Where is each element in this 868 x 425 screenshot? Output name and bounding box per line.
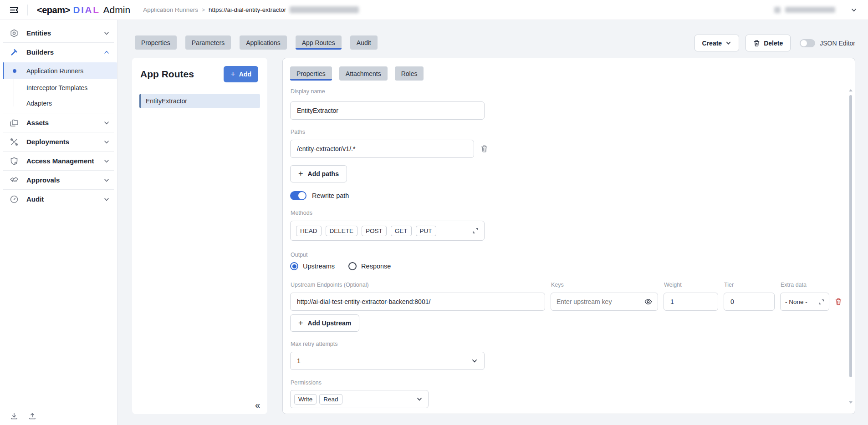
scroll-down-icon[interactable] bbox=[849, 401, 853, 404]
weight-label: Weight bbox=[664, 282, 682, 288]
expand-icon[interactable] bbox=[818, 299, 824, 305]
permissions-select[interactable]: Write Read bbox=[290, 390, 429, 408]
sidebar-item-deployments[interactable]: Deployments bbox=[0, 132, 117, 151]
scrollbar-thumb[interactable] bbox=[849, 95, 852, 377]
sidebar-item-entities[interactable]: Entities bbox=[0, 24, 117, 42]
max-retry-select[interactable]: 1 bbox=[290, 352, 485, 370]
sidebar-item-approvals[interactable]: Approvals bbox=[0, 171, 117, 189]
chevron-down-icon[interactable] bbox=[103, 177, 110, 183]
tab-parameters[interactable]: Parameters bbox=[185, 35, 231, 50]
eye-icon[interactable] bbox=[644, 299, 652, 305]
scroll-up-icon[interactable] bbox=[849, 89, 853, 91]
builders-icon bbox=[9, 48, 19, 57]
upstream-keys-field[interactable] bbox=[551, 293, 658, 311]
add-paths-button[interactable]: + Add paths bbox=[290, 165, 347, 182]
collapse-panel-button[interactable]: « bbox=[255, 400, 260, 410]
export-icon[interactable] bbox=[28, 412, 36, 420]
rewrite-path-toggle[interactable] bbox=[290, 191, 306, 200]
sidebar-item-label: Entities bbox=[26, 29, 51, 37]
tab-app-routes[interactable]: App Routes bbox=[296, 35, 342, 50]
path-input[interactable] bbox=[290, 140, 474, 158]
upstream-keys-input[interactable] bbox=[557, 298, 644, 305]
chevron-down-icon bbox=[725, 40, 731, 46]
tab-audit[interactable]: Audit bbox=[350, 35, 378, 50]
chevron-down-icon[interactable] bbox=[103, 30, 110, 36]
method-chip[interactable]: GET bbox=[391, 226, 412, 236]
display-name-label: Display name bbox=[291, 88, 325, 95]
json-editor-label: JSON Editor bbox=[820, 40, 855, 47]
delete-button[interactable]: Delete bbox=[745, 35, 791, 51]
sidebar-item-audit[interactable]: Audit bbox=[0, 190, 117, 208]
deployments-icon bbox=[9, 137, 19, 147]
chevron-down-icon bbox=[471, 358, 478, 364]
upstream-extra-data-select[interactable]: - None - bbox=[780, 293, 829, 311]
logo-epam: <epam> bbox=[37, 5, 70, 15]
top-actions: Create Delete JSON Editor bbox=[694, 35, 855, 51]
method-chip[interactable]: DELETE bbox=[326, 226, 358, 236]
user-menu[interactable] bbox=[774, 7, 857, 13]
upstream-endpoints-label: Upstream Endpoints (Optional) bbox=[291, 282, 369, 288]
sidebar-item-assets[interactable]: Assets bbox=[0, 113, 117, 132]
sidebar-item-builders[interactable]: Builders bbox=[0, 43, 117, 61]
radio-label: Response bbox=[361, 263, 391, 270]
method-chip[interactable]: POST bbox=[362, 226, 387, 236]
tab-detail-attachments[interactable]: Attachments bbox=[339, 66, 388, 81]
builders-submenu: Application Runners Interceptor Template… bbox=[0, 62, 117, 113]
sidebar-item-label: Deployments bbox=[26, 138, 69, 146]
chevron-down-icon[interactable] bbox=[851, 7, 857, 13]
active-dot bbox=[13, 69, 16, 73]
breadcrumb-section[interactable]: Application Runners bbox=[143, 6, 198, 13]
breadcrumb-current: https://ai-dial-entity-extractor bbox=[209, 6, 286, 13]
methods-multiselect[interactable]: HEAD DELETE POST GET PUT bbox=[290, 221, 485, 241]
rewrite-path-label: Rewrite path bbox=[312, 192, 349, 199]
chevron-down-icon[interactable] bbox=[103, 139, 110, 145]
permissions-label: Permissions bbox=[291, 379, 322, 386]
sidebar-item-access-management[interactable]: Access Management bbox=[0, 152, 117, 170]
chevron-down-icon[interactable] bbox=[416, 396, 423, 402]
create-button[interactable]: Create bbox=[694, 35, 740, 51]
add-route-button[interactable]: + Add bbox=[224, 66, 258, 82]
method-chip[interactable]: PUT bbox=[416, 226, 436, 236]
expand-icon[interactable] bbox=[472, 228, 479, 234]
delete-button-label: Delete bbox=[764, 40, 783, 47]
user-name-redacted bbox=[785, 7, 835, 13]
sidebar-footer bbox=[0, 407, 117, 425]
tab-applications[interactable]: Applications bbox=[240, 35, 287, 50]
sidebar: Entities Builders bbox=[0, 20, 117, 425]
submenu-guide-line bbox=[14, 79, 14, 106]
methods-label: Methods bbox=[291, 210, 312, 216]
delete-path-icon[interactable] bbox=[480, 145, 488, 153]
chevron-down-icon[interactable] bbox=[103, 120, 110, 126]
display-name-input[interactable] bbox=[290, 101, 485, 120]
chevron-down-icon[interactable] bbox=[103, 158, 110, 164]
plus-icon: + bbox=[298, 319, 303, 327]
permission-chip[interactable]: Read bbox=[319, 394, 342, 405]
output-option-response[interactable]: Response bbox=[348, 262, 391, 270]
plus-icon: + bbox=[230, 70, 235, 78]
sidebar-collapse-icon[interactable] bbox=[7, 3, 21, 17]
upstream-weight-input[interactable] bbox=[664, 293, 718, 311]
upstream-tier-input[interactable] bbox=[724, 293, 775, 311]
output-option-upstreams[interactable]: Upstreams bbox=[290, 262, 335, 270]
permission-chip[interactable]: Write bbox=[294, 394, 317, 405]
import-icon[interactable] bbox=[10, 412, 18, 420]
route-list-item[interactable]: EntityExtractor bbox=[139, 94, 260, 108]
app-logo: <epam> DIAL Admin bbox=[37, 5, 130, 15]
tab-detail-properties[interactable]: Properties bbox=[290, 66, 332, 81]
sidebar-item-adapters[interactable]: Adapters bbox=[0, 96, 117, 111]
sidebar-item-application-runners[interactable]: Application Runners bbox=[3, 62, 117, 79]
tab-detail-roles[interactable]: Roles bbox=[395, 66, 424, 81]
add-upstream-button[interactable]: + Add Upstream bbox=[290, 314, 359, 332]
sidebar-nav: Entities Builders bbox=[0, 20, 117, 407]
scrollbar[interactable] bbox=[848, 89, 853, 407]
topbar-divider bbox=[27, 5, 28, 15]
sidebar-item-interceptor-templates[interactable]: Interceptor Templates bbox=[0, 80, 117, 96]
upstream-endpoint-input[interactable] bbox=[290, 293, 545, 311]
chevron-down-icon[interactable] bbox=[103, 196, 110, 202]
json-editor-toggle[interactable] bbox=[800, 39, 815, 47]
breadcrumb-redacted bbox=[290, 6, 359, 13]
tab-properties[interactable]: Properties bbox=[135, 35, 177, 50]
delete-upstream-icon[interactable] bbox=[835, 298, 842, 306]
chevron-up-icon[interactable] bbox=[103, 49, 110, 56]
method-chip[interactable]: HEAD bbox=[296, 226, 322, 236]
